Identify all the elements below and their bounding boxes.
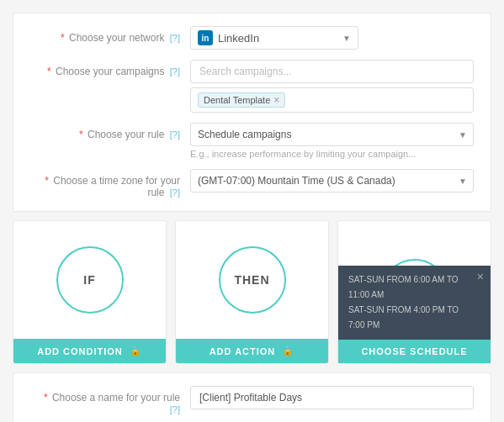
rule-hint[interactable]: [?] <box>170 129 180 140</box>
choose-schedule-button[interactable]: CHOOSE SCHEDULE <box>338 340 491 363</box>
bottom-section: * Choose a name for your rule [?] * Choo… <box>13 372 491 422</box>
timezone-select-wrapper: (GMT-07:00) Mountain Time (US & Canada) <box>190 169 474 193</box>
timezone-hint[interactable]: [?] <box>170 187 180 198</box>
network-select[interactable]: in LinkedIn <box>190 26 358 50</box>
if-card-footer[interactable]: ADD CONDITION 🔒 <box>13 339 166 363</box>
if-lock-icon: 🔒 <box>130 346 142 356</box>
schedule-popup: × SAT-SUN FROM 6:00 AM TO 11:00 AM SAT-S… <box>338 266 491 363</box>
then-card-body: THEN <box>202 221 303 339</box>
rule-select-wrapper: Schedule campaigns <box>190 123 474 146</box>
rule-hint-text: E.g., increase performance by limiting y… <box>190 149 474 159</box>
rule-name-control <box>190 386 474 409</box>
campaigns-control: Dental Template × <box>190 60 474 113</box>
network-value: LinkedIn <box>218 32 259 45</box>
then-circle: THEN <box>219 246 286 314</box>
if-card-body: IF <box>40 221 141 339</box>
campaigns-hint[interactable]: [?] <box>170 66 180 76</box>
add-action-label: ADD ACTION <box>210 346 276 356</box>
schedule-times: SAT-SUN FROM 6:00 AM TO 11:00 AM SAT-SUN… <box>338 266 491 340</box>
timezone-select[interactable]: (GMT-07:00) Mountain Time (US & Canada) <box>190 169 474 193</box>
rule-label: * Choose your rule [?] <box>30 123 190 140</box>
schedule-time-1: SAT-SUN FROM 6:00 AM TO 11:00 AM <box>348 272 470 303</box>
rule-name-hint[interactable]: [?] <box>170 404 180 414</box>
campaigns-label: * Choose your campaigns [?] <box>30 60 190 77</box>
network-hint[interactable]: [?] <box>170 33 180 43</box>
if-card: IF ADD CONDITION 🔒 <box>13 220 167 364</box>
network-control: in LinkedIn <box>190 26 474 50</box>
cards-section: IF ADD CONDITION 🔒 THEN ADD ACTION 🔒 ON … <box>13 220 491 364</box>
timezone-label: * Choose a time zone for your rule [?] <box>30 169 190 198</box>
linkedin-icon: in <box>198 30 213 45</box>
rule-control: Schedule campaigns E.g., increase perfor… <box>190 123 474 159</box>
then-card: THEN ADD ACTION 🔒 <box>175 220 329 364</box>
schedule-close-icon[interactable]: × <box>477 270 484 283</box>
rule-select[interactable]: Schedule campaigns <box>190 123 474 146</box>
then-lock-icon: 🔒 <box>282 346 294 356</box>
rule-name-label: * Choose a name for your rule [?] <box>30 386 190 415</box>
campaigns-tags: Dental Template × <box>190 87 474 113</box>
timezone-control: (GMT-07:00) Mountain Time (US & Canada) <box>190 169 474 193</box>
schedule-time-2: SAT-SUN FROM 4:00 PM TO 7:00 PM <box>348 303 470 333</box>
rule-name-input[interactable] <box>190 386 474 409</box>
campaign-tag: Dental Template × <box>198 92 285 108</box>
add-condition-label: ADD CONDITION <box>37 346 123 356</box>
campaigns-search[interactable] <box>190 60 474 83</box>
then-card-footer[interactable]: ADD ACTION 🔒 <box>176 339 328 363</box>
on-card: ON × SAT-SUN FROM 6:00 AM TO 11:00 AM SA… <box>337 220 491 364</box>
network-label: * Choose your network [?] <box>30 26 190 44</box>
campaign-tag-remove[interactable]: × <box>273 95 279 105</box>
if-circle: IF <box>56 246 124 314</box>
